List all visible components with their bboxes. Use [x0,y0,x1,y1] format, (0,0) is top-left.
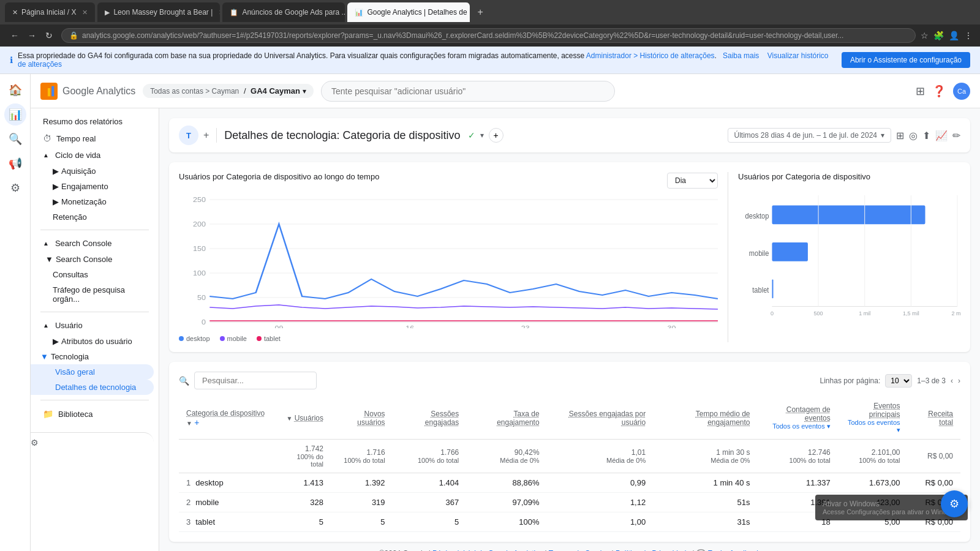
add-report-button[interactable]: + [489,128,503,143]
col-header-spu[interactable]: Sessões engajadas por usuário [547,397,654,440]
period-select[interactable]: Dia Semana Mês [667,173,718,189]
grid-view-icon[interactable]: ⊞ [916,84,925,98]
user-section-label: Usuário [55,321,83,330]
fab-settings-button[interactable]: ⚙ [941,490,968,517]
col-header-events[interactable]: Contagem de eventos Todos os eventos ▾ [758,397,838,440]
edit-icon[interactable]: ✏ [952,130,960,141]
ga-logo: Google Analytics [40,83,135,100]
win-activate-desc: Acesse Configurações para ativar o Windo… [823,508,960,515]
new-tab-button[interactable]: + [472,4,488,20]
refresh-button[interactable]: ↻ [42,28,56,43]
share-icon[interactable]: ⬆ [922,130,930,141]
sidebar-sub-technology[interactable]: ▼Tecnologia [31,349,154,364]
compare-icon[interactable]: ◎ [909,130,918,141]
sidebar-sub-queries[interactable]: Consultas [31,267,154,282]
line-chart-svg: 250 200 150 100 50 0 [179,193,718,328]
next-page-icon[interactable]: › [958,377,960,385]
help-icon[interactable]: ❓ [932,84,946,98]
report-dropdown-icon[interactable]: ▾ [480,131,484,140]
key-events-filter[interactable]: Todos os eventos ▾ [845,419,900,434]
url-bar[interactable]: 🔒 analytics.google.com/analytics/web/?au… [61,28,916,43]
sidebar-sub-retention[interactable]: Retenção [31,209,154,225]
chart-type-icon[interactable]: 📈 [935,130,948,141]
col-header-revenue[interactable]: Receita total [908,397,960,440]
sidebar-sub-acquisition[interactable]: ▶Aquisição [31,163,154,179]
sidebar-settings-item[interactable]: ⚙ [31,432,154,452]
line-chart-header: Usuários por Categoria de dispositivo ao… [179,172,718,189]
sidebar-item-lifecycle[interactable]: ▲ Ciclo de vida [31,147,154,163]
sidebar-sub-search-console[interactable]: ▼Search Console [31,252,154,267]
settings-dots-icon[interactable]: ⋮ [964,31,973,40]
col-header-rate[interactable]: Taxa de engajamento [466,397,546,440]
open-assistant-button[interactable]: Abrir o Assistente de configuração [842,52,970,68]
prev-page-icon[interactable]: ‹ [951,377,953,385]
forward-button[interactable]: → [24,28,39,43]
sidebar-item-user-section[interactable]: ▲ Usuário [31,317,154,334]
svg-rect-1 [48,88,50,96]
row1-users: 1.413 [277,473,331,493]
sidebar-item-library[interactable]: 📁 Biblioteca [31,405,154,422]
col-header-category[interactable]: Categoria de dispositivo ▼ + [179,397,277,440]
sidebar-item-summary[interactable]: Resumo dos relatórios [31,113,154,130]
sidebar-sub-monetization[interactable]: ▶Monetização [31,194,154,209]
col-header-new-users[interactable]: Novos usuários [331,397,393,440]
bar-chart-area: Usuários por Categoria de dispositivo de… [728,172,960,342]
user-section-arrow-icon: ▲ [43,322,49,329]
totals-key-events-pct: 100% do total [845,457,900,464]
sidebar-sub-user-attributes[interactable]: ▶Atributos do usuário [31,334,154,349]
back-button[interactable]: ← [7,28,22,43]
table-search-input[interactable] [194,372,317,389]
sidebar-divider-1 [40,230,149,230]
bookmark-icon[interactable]: ☆ [921,31,929,40]
admin-history-link[interactable]: Administrador > Histórico de alterações [586,51,715,60]
col-header-avg-time[interactable]: Tempo médio de engajamento [653,397,757,440]
sidebar-item-search-console-section[interactable]: ▲ Search Console [31,235,154,252]
rail-advertising-icon[interactable]: 📢 [4,152,26,174]
charts-container: Usuários por Categoria de dispositivo ao… [169,162,970,352]
col-header-key-events[interactable]: Eventos principais Todos os eventos ▾ [838,397,908,440]
date-range-selector[interactable]: Últimos 28 dias 4 de jun. – 1 de jul. de… [728,128,891,143]
tab-ads[interactable]: 📋 Anúncios de Google Ads para ... ✕ [222,2,345,22]
col-header-sessions[interactable]: Sessões engajadas [393,397,467,440]
add-column-button[interactable]: + [194,418,199,427]
table-icon[interactable]: ⊞ [896,130,904,141]
engagement-label: Engajamento [61,182,108,191]
sidebar-sub-engagement[interactable]: ▶Engajamento [31,179,154,194]
tab-youtube[interactable]: ▶ Leon Massey Brought a Bear | ✕ [97,2,220,22]
events-filter[interactable]: Todos os eventos ▾ [765,422,831,430]
svg-text:0: 0 [202,319,206,326]
rail-reports-icon[interactable]: 📊 [4,103,26,126]
profile-icon[interactable]: 👤 [949,31,959,40]
col-header-users[interactable]: ▼ Usuários [277,397,331,440]
sidebar-item-realtime[interactable]: ⏱ Tempo real [31,130,154,147]
user-avatar[interactable]: Ca [953,83,970,100]
main-content: T + Detalhes de tecnologia: Categoria de… [159,108,980,551]
tablet-dot [257,336,262,341]
tab-youtube-close[interactable]: ✕ [219,9,220,17]
rail-explore-icon[interactable]: 🔍 [4,128,26,150]
rows-per-page-select[interactable]: 10 25 50 [885,374,912,388]
tab-x-close[interactable]: ✕ [82,9,88,17]
rail-configure-icon[interactable]: ⚙ [4,177,26,199]
add-comparison-button[interactable]: + [203,130,209,141]
learn-more-link[interactable]: Saiba mais [723,51,759,60]
totals-avg-time-avg: Média de 0% [660,457,750,464]
sidebar-sub-overview[interactable]: Visão geral [31,364,154,380]
search-console-section-label: Search Console [55,239,112,248]
search-input[interactable] [321,81,615,102]
sidebar-sub-tech-details[interactable]: Detalhes de tecnologia [31,380,154,395]
tab-ga[interactable]: 📊 Google Analytics | Detalhes de ✕ [347,2,470,22]
tab-x[interactable]: ✕ Página Inicial / X ✕ [5,2,95,22]
sidebar: Resumo dos relatórios ⏱ Tempo real ▲ Cic… [31,108,159,551]
date-range-text: Últimos 28 dias 4 de jun. – 1 de jul. de… [734,131,877,140]
divider [216,128,217,143]
sidebar-sub-organic-traffic[interactable]: Tráfego de pesquisa orgân... [31,282,154,307]
info-icon: ℹ [10,55,13,65]
legend-desktop-label: desktop [186,335,210,342]
extensions-icon[interactable]: 🧩 [933,31,944,40]
row3-avg-time: 31s [653,512,757,532]
nav-buttons: ← → ↻ [7,28,56,43]
property-selector[interactable]: Todas as contas > Cayman / GA4 Cayman ▾ [143,84,314,98]
rail-home-icon[interactable]: 🏠 [4,79,26,101]
ga-header: Google Analytics Todas as contas > Cayma… [31,74,980,108]
